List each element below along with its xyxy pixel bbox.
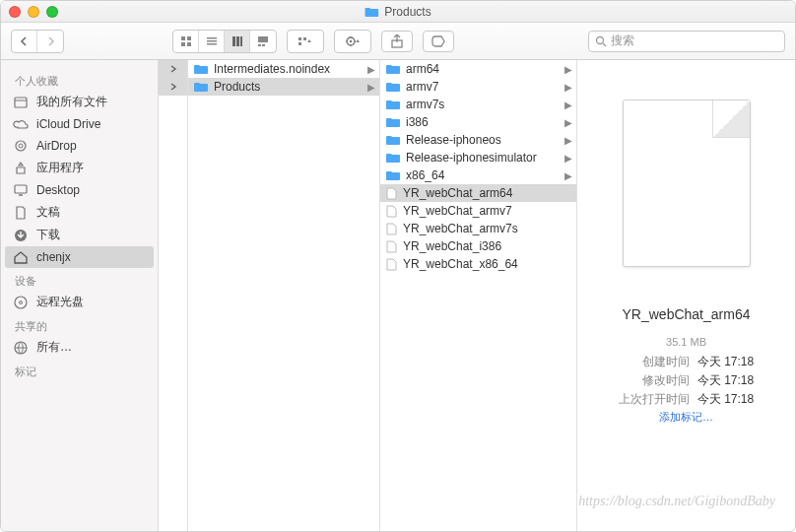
sidebar-item[interactable]: iCloud Drive: [1, 113, 158, 135]
disc-icon: [13, 295, 29, 310]
all-files-icon: [13, 95, 29, 110]
row-label: YR_webChat_armv7: [403, 204, 512, 218]
svg-rect-25: [15, 185, 27, 193]
titlebar: Products: [1, 1, 795, 23]
sidebar-item[interactable]: 远程光盘: [1, 291, 158, 313]
apps-icon: [13, 161, 29, 176]
action-dropdown[interactable]: [334, 30, 371, 53]
preview-metadata: 创建时间 今天 17:18 修改时间 今天 17:18 上次打开时间 今天 17…: [619, 354, 754, 408]
sidebar-section-header: 设备: [1, 268, 158, 291]
add-tags-button[interactable]: 添加标记…: [659, 410, 713, 425]
svg-rect-9: [240, 36, 242, 46]
view-mode-group: [172, 30, 277, 53]
search-placeholder: 搜索: [611, 33, 634, 49]
view-columns-button[interactable]: [225, 31, 250, 52]
svg-rect-15: [303, 37, 306, 40]
folder-row[interactable]: armv7s▶: [380, 96, 576, 113]
row-label: YR_webChat_armv7s: [403, 222, 518, 235]
desktop-icon: [13, 182, 29, 198]
arrange-dropdown[interactable]: [287, 30, 324, 53]
file-row[interactable]: YR_webChat_i386: [380, 237, 576, 255]
svg-rect-13: [298, 37, 301, 40]
sidebar-item[interactable]: 下载: [1, 224, 158, 246]
folder-icon: [365, 6, 378, 17]
search-icon: [595, 35, 607, 47]
window-title: Products: [365, 5, 431, 19]
modified-value: 今天 17:18: [697, 372, 754, 389]
folder-row[interactable]: i386▶: [380, 113, 576, 131]
row-label: YR_webChat_x86_64: [403, 257, 518, 271]
minimize-window-button[interactable]: [28, 6, 39, 18]
sidebar-item-label: 文稿: [36, 204, 60, 221]
svg-rect-6: [207, 43, 217, 45]
chevron-right-icon: ▶: [564, 117, 572, 128]
svg-point-29: [20, 300, 23, 303]
sidebar-item[interactable]: chenjx: [5, 246, 154, 268]
svg-rect-3: [187, 42, 191, 46]
network-icon: [13, 340, 29, 356]
search-input[interactable]: 搜索: [588, 31, 785, 52]
sidebar-item-label: 我的所有文件: [36, 94, 107, 110]
share-button[interactable]: [381, 31, 413, 52]
toolbar: 搜索: [1, 23, 795, 60]
folder-icon: [386, 64, 400, 75]
folder-icon: [386, 135, 400, 146]
column-0: [159, 60, 188, 532]
sidebar-item-label: 远程光盘: [36, 294, 84, 310]
file-row[interactable]: YR_webChat_armv7: [380, 202, 576, 220]
folder-row[interactable]: armv7▶: [380, 78, 576, 96]
folder-row[interactable]: Products▶: [188, 78, 379, 96]
back-button[interactable]: [12, 31, 37, 52]
folder-row[interactable]: x86_64▶: [380, 166, 576, 184]
airdrop-icon: [13, 138, 29, 154]
svg-rect-21: [15, 98, 27, 107]
sidebar-item-label: chenjx: [36, 250, 71, 264]
svg-rect-0: [181, 36, 185, 40]
preview-filesize: 35.1 MB: [666, 336, 706, 348]
svg-rect-14: [298, 42, 301, 45]
view-list-button[interactable]: [199, 31, 225, 52]
forward-button[interactable]: [37, 31, 63, 52]
sidebar-item[interactable]: AirDrop: [1, 135, 158, 157]
sidebar-item[interactable]: 我的所有文件: [1, 91, 158, 113]
folder-row[interactable]: Release-iphoneos▶: [380, 131, 576, 149]
sidebar-item[interactable]: 应用程序: [1, 157, 158, 179]
folder-row[interactable]: arm64▶: [380, 60, 576, 78]
view-gallery-button[interactable]: [250, 31, 276, 52]
file-row[interactable]: YR_webChat_arm64: [380, 184, 576, 202]
folder-icon: [194, 64, 208, 75]
column-2: arm64▶armv7▶armv7s▶i386▶Release-iphoneos…: [380, 60, 577, 532]
row-label: Intermediates.noindex: [214, 62, 330, 76]
opened-value: 今天 17:18: [697, 391, 754, 408]
window-title-text: Products: [384, 5, 431, 19]
file-icon: [386, 205, 397, 218]
file-row[interactable]: YR_webChat_x86_64: [380, 255, 576, 273]
svg-rect-8: [236, 36, 239, 46]
view-icon-button[interactable]: [173, 31, 199, 52]
column-0-parent-arrow[interactable]: [159, 78, 187, 96]
file-row[interactable]: YR_webChat_armv7s: [380, 220, 576, 237]
column-0-parent-arrow[interactable]: [159, 60, 187, 78]
folder-row[interactable]: Release-iphonesimulator▶: [380, 149, 576, 166]
watermark: https://blog.csdn.net/GigibondBaby: [578, 494, 775, 509]
sidebar-item[interactable]: Desktop: [1, 179, 158, 201]
nav-back-forward: [11, 30, 64, 53]
zoom-window-button[interactable]: [46, 6, 58, 18]
sidebar-item-label: iCloud Drive: [36, 117, 100, 131]
row-label: x86_64: [406, 168, 444, 182]
row-label: YR_webChat_i386: [403, 239, 501, 253]
folder-row[interactable]: Intermediates.noindex▶: [188, 60, 379, 78]
folder-icon: [386, 82, 400, 93]
tags-button[interactable]: [423, 31, 454, 52]
chevron-right-icon: ▶: [564, 135, 572, 146]
svg-point-24: [19, 144, 23, 148]
close-window-button[interactable]: [9, 6, 21, 18]
sidebar-item[interactable]: 所有…: [1, 336, 158, 359]
row-label: armv7: [406, 80, 438, 94]
row-label: armv7s: [406, 98, 444, 111]
sidebar-item[interactable]: 文稿: [1, 201, 158, 224]
cloud-icon: [13, 116, 29, 132]
documents-icon: [13, 205, 29, 221]
created-label: 创建时间: [619, 354, 690, 370]
folder-icon: [386, 153, 400, 164]
